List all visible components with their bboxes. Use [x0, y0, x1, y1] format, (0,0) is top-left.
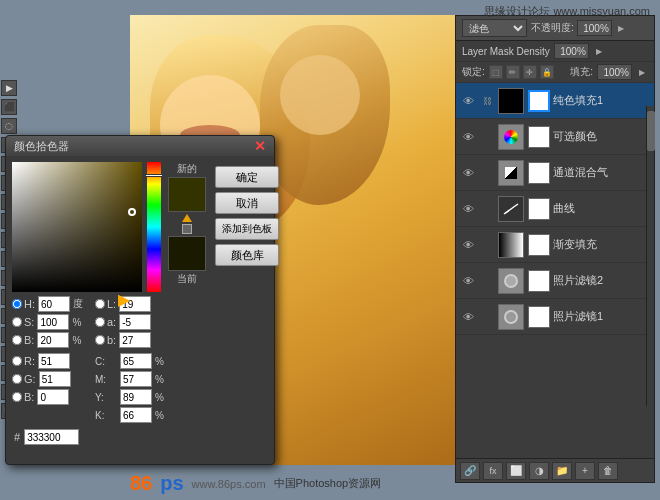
lab-cmyk-inputs: L: a: b: C: % M:	[95, 296, 169, 423]
opacity-input[interactable]	[577, 20, 612, 36]
color-picker-buttons: 确定 取消 添加到色板 颜色库	[211, 162, 283, 292]
opacity-row: 不透明度: ▶	[531, 20, 627, 36]
h-radio[interactable]	[12, 299, 22, 309]
layers-toolbar: 🔗 fx ⬜ ◑ 📁 + 🗑	[456, 458, 654, 482]
s-unit: %	[72, 317, 86, 328]
layer-list[interactable]: 👁 ⛓ 纯色填充1 👁 可选颜色 👁	[456, 83, 654, 383]
b-unit: %	[72, 335, 86, 346]
mask-density-input[interactable]	[554, 43, 589, 59]
scrollbar-thumb	[647, 111, 655, 151]
g-radio-label[interactable]: G:	[12, 373, 36, 385]
c-unit: %	[155, 356, 169, 367]
r-radio-label[interactable]: R:	[12, 355, 35, 367]
m-input[interactable]	[120, 371, 152, 387]
lock-position-button[interactable]: ✛	[523, 65, 537, 79]
h-radio-label[interactable]: H:	[12, 298, 35, 310]
fill-input[interactable]	[597, 64, 632, 80]
layer-visibility-2[interactable]: 👁	[460, 165, 476, 181]
layer-visibility-3[interactable]: 👁	[460, 201, 476, 217]
color-library-button[interactable]: 颜色库	[215, 244, 279, 266]
tool-lasso[interactable]: ◌	[1, 118, 17, 134]
blab-radio-label[interactable]: b:	[95, 334, 116, 346]
ok-button[interactable]: 确定	[215, 166, 279, 188]
hex-row: #	[6, 427, 274, 447]
add-swatch-button[interactable]: 添加到色板	[215, 218, 279, 240]
cancel-button[interactable]: 取消	[215, 192, 279, 214]
layer-item-3[interactable]: 👁 曲线	[456, 191, 654, 227]
b-radio[interactable]	[12, 335, 22, 345]
s-input[interactable]	[37, 314, 69, 330]
y-label: Y:	[95, 392, 117, 403]
current-color-label: 当前	[177, 272, 197, 286]
l-radio-label[interactable]: L:	[95, 298, 116, 310]
h-input[interactable]	[38, 296, 70, 312]
layer-visibility-4[interactable]: 👁	[460, 237, 476, 253]
r-input[interactable]	[38, 353, 70, 369]
b-radio-label[interactable]: B:	[12, 334, 34, 346]
r-radio[interactable]	[12, 356, 22, 366]
layer-thumb-5	[498, 268, 524, 294]
layer-item-4[interactable]: 👁 渐变填充	[456, 227, 654, 263]
a-radio-label[interactable]: a:	[95, 316, 116, 328]
layer-visibility-1[interactable]: 👁	[460, 129, 476, 145]
bv-radio-label[interactable]: B:	[12, 391, 34, 403]
fx-button[interactable]: fx	[483, 462, 503, 480]
layer-visibility-5[interactable]: 👁	[460, 273, 476, 289]
color-gradient-picker[interactable]	[12, 162, 142, 292]
link-layers-button[interactable]: 🔗	[460, 462, 480, 480]
g-radio[interactable]	[12, 374, 22, 384]
fill-label: 填充:	[570, 65, 593, 79]
s-radio-label[interactable]: S:	[12, 316, 34, 328]
layer-link-1	[479, 129, 495, 145]
blab-input[interactable]	[119, 332, 151, 348]
adjustment-button[interactable]: ◑	[529, 462, 549, 480]
blab-radio[interactable]	[95, 335, 105, 345]
lock-transparent-button[interactable]: ⬚	[489, 65, 503, 79]
layer-name-5: 照片滤镜2	[553, 273, 650, 288]
bv-input[interactable]	[37, 389, 69, 405]
layer-link-4	[479, 237, 495, 253]
y-input[interactable]	[120, 389, 152, 405]
c-input[interactable]	[120, 353, 152, 369]
delete-layer-button[interactable]: 🗑	[598, 462, 618, 480]
layer-item-0[interactable]: 👁 ⛓ 纯色填充1	[456, 83, 654, 119]
tool-marquee[interactable]: ⬛	[1, 99, 17, 115]
add-mask-button[interactable]: ⬜	[506, 462, 526, 480]
layer-visibility-6[interactable]: 👁	[460, 309, 476, 325]
a-input[interactable]	[119, 314, 151, 330]
color-picker-dialog: 颜色拾色器 ✕ 新的 当前	[5, 135, 275, 465]
new-group-button[interactable]: 📁	[552, 462, 572, 480]
h-unit: 度	[73, 297, 87, 311]
a-radio[interactable]	[95, 317, 105, 327]
l-radio[interactable]	[95, 299, 105, 309]
lock-pixels-button[interactable]: ✏	[506, 65, 520, 79]
mask-density-arrow[interactable]: ▶	[593, 45, 605, 57]
color-picker-close-button[interactable]: ✕	[254, 138, 266, 154]
hue-slider[interactable]	[147, 162, 161, 292]
layers-header: 滤色 不透明度: ▶	[456, 16, 654, 41]
blend-mode-select[interactable]: 滤色	[462, 19, 527, 37]
k-input[interactable]	[120, 407, 152, 423]
g-input[interactable]	[39, 371, 71, 387]
layer-scrollbar[interactable]	[646, 106, 654, 406]
layer-thumb-6	[498, 304, 524, 330]
layer-thumb-1	[498, 124, 524, 150]
layer-mask-0	[528, 90, 550, 112]
fill-arrow[interactable]: ▶	[636, 66, 648, 78]
opacity-arrow[interactable]: ▶	[615, 22, 627, 34]
layer-visibility-0[interactable]: 👁	[460, 93, 476, 109]
layer-item-6[interactable]: 👁 照片滤镜1	[456, 299, 654, 335]
layer-item-1[interactable]: 👁 可选颜色	[456, 119, 654, 155]
new-layer-button[interactable]: +	[575, 462, 595, 480]
lock-all-button[interactable]: 🔒	[540, 65, 554, 79]
hex-input[interactable]	[24, 429, 79, 445]
tool-arrow[interactable]: ▶	[1, 80, 17, 96]
bv-radio[interactable]	[12, 392, 22, 402]
b-input[interactable]	[37, 332, 69, 348]
layer-name-3: 曲线	[553, 201, 650, 216]
layer-item-2[interactable]: 👁 通道混合气	[456, 155, 654, 191]
layer-name-6: 照片滤镜1	[553, 309, 650, 324]
s-radio[interactable]	[12, 317, 22, 327]
layer-item-5[interactable]: 👁 照片滤镜2	[456, 263, 654, 299]
lock-icons: ⬚ ✏ ✛ 🔒	[489, 65, 554, 79]
